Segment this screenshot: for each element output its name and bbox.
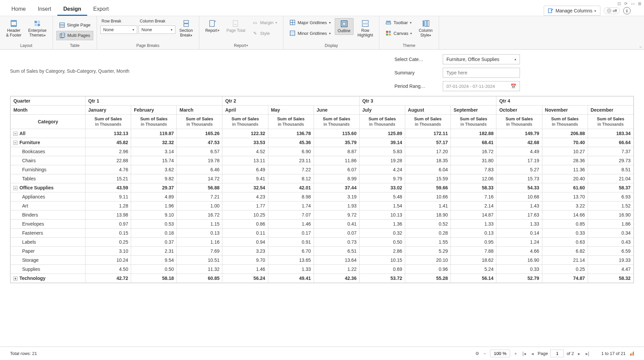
tab-insert[interactable]: Insert	[32, 3, 57, 16]
outline-button[interactable]: Outline	[335, 18, 354, 35]
category-cell: Storage	[11, 256, 86, 265]
row-break-select[interactable]: None▾	[100, 25, 137, 34]
style-button[interactable]: ✎Style	[249, 29, 280, 38]
value-cell: 6.51	[314, 247, 359, 256]
value-cell: 18.90	[405, 211, 451, 220]
single-page-label: Single Page	[67, 22, 91, 27]
value-cell: 1.43	[496, 201, 542, 211]
quarter-header-label: Quarter	[11, 97, 86, 106]
manage-columns-button[interactable]: Manage Columns ▾	[544, 6, 600, 16]
value-cell: 0.15	[86, 229, 131, 238]
minor-gridlines-button[interactable]: Minor Gridlines▾	[287, 29, 333, 38]
value-cell: 58.32	[588, 274, 633, 283]
value-cell: 29.37	[131, 183, 177, 192]
value-cell: 7.83	[451, 165, 496, 174]
category-cell: Fasteners	[11, 229, 86, 238]
section-break-button[interactable]: Section Break▾	[177, 18, 196, 39]
single-page-button[interactable]: Single Page	[56, 21, 93, 29]
category-cell: Binders	[11, 211, 86, 220]
value-cell: 19.33	[588, 256, 633, 265]
column-style-button[interactable]: Column Style▾	[416, 18, 435, 39]
value-cell: 6.93	[588, 192, 633, 201]
value-cell: 49.41	[268, 274, 314, 283]
table-row: Tables15.219.8214.729.418.128.999.7915.5…	[11, 174, 634, 183]
value-cell: 14.87	[451, 211, 496, 220]
table-row: Bookcases2.963.146.574.526.908.875.8317.…	[11, 147, 634, 156]
measure-header: Sum of Salesin Thousands	[405, 115, 451, 129]
expand-toggle[interactable]: −	[13, 186, 17, 190]
value-cell: 0.07	[314, 229, 359, 238]
info-button[interactable]: i	[623, 7, 631, 14]
value-cell: 1.15	[177, 220, 222, 229]
value-cell: 19.78	[177, 156, 222, 165]
svg-rect-36	[389, 34, 391, 36]
report-plus-button[interactable]: + Report+	[203, 18, 222, 34]
quarter-header-row: Quarter Qtr 1 Qtr 2 Qtr 3 Qtr 4	[11, 97, 634, 106]
expand-toggle[interactable]: −	[13, 132, 17, 136]
table-row: Supplies4.500.5011.321.461.331.220.690.9…	[11, 265, 634, 274]
svg-rect-7	[38, 24, 40, 26]
column-break-select[interactable]: None▾	[139, 25, 175, 34]
margin-button[interactable]: ▭Margin▾	[249, 18, 280, 27]
value-cell: 10.68	[496, 192, 542, 201]
multi-pages-button[interactable]: Multi Pages	[56, 31, 93, 40]
category-cell: Art	[11, 201, 86, 211]
value-cell: 32.54	[222, 183, 268, 192]
value-cell: 1.77	[222, 201, 268, 211]
expand-toggle[interactable]: −	[13, 141, 17, 145]
value-cell: 6.07	[314, 165, 359, 174]
collapse-ribbon-icon[interactable]: ⌵	[639, 44, 642, 49]
svg-rect-2	[11, 20, 16, 22]
value-cell: 0.95	[451, 238, 496, 247]
tab-export[interactable]: Export	[87, 3, 115, 16]
tab-design[interactable]: Design	[57, 3, 87, 16]
header-footer-button[interactable]: Header & Footer	[3, 18, 24, 39]
value-cell: 70.40	[542, 138, 588, 147]
value-cell: 9.79	[359, 174, 405, 183]
table-group-label: Table	[56, 43, 93, 49]
month-oct: October	[496, 106, 542, 115]
data-table: Quarter Qtr 1 Qtr 2 Qtr 3 Qtr 4 Month Ja…	[10, 96, 634, 283]
row-highlight-button[interactable]: Row Highlight	[355, 18, 376, 39]
period-range-label: Period Rang…	[394, 83, 438, 89]
period-range-picker[interactable]: 07-01-2024 - 07-11-2024📅	[443, 81, 520, 91]
page-total-button[interactable]: Page Total	[224, 18, 248, 34]
value-cell: 42.36	[314, 274, 359, 283]
column-break-label: Column Break	[139, 18, 175, 24]
enterprise-themes-button[interactable]: Enterprise Themes▾	[25, 18, 49, 39]
toolbar-icon	[385, 19, 391, 25]
month-feb: February	[131, 106, 177, 115]
win-icon-4[interactable]: ⊞	[638, 1, 641, 6]
measure-header: Sum of Salesin Thousands	[542, 115, 588, 129]
value-cell: 1.86	[588, 220, 633, 229]
value-cell: 11.36	[542, 165, 588, 174]
value-cell: 2.14	[451, 201, 496, 211]
value-cell: 0.50	[359, 238, 405, 247]
major-gridlines-button[interactable]: Major Gridlines▾	[287, 18, 333, 27]
feature-toggle[interactable]: off	[604, 7, 620, 14]
tab-home[interactable]: Home	[5, 3, 32, 16]
win-icon-3[interactable]: ▭	[631, 1, 635, 6]
month-apr: April	[222, 106, 268, 115]
value-cell: 58.33	[451, 183, 496, 192]
measure-header: Sum of Salesin Thousands	[359, 115, 405, 129]
value-cell: 10.51	[177, 256, 222, 265]
value-cell: 8.51	[588, 165, 633, 174]
main-tabs: Home Insert Design Export Manage Columns…	[0, 0, 644, 16]
value-cell: 5.24	[451, 265, 496, 274]
canvas-theme-button[interactable]: Canvas▾	[383, 29, 415, 38]
svg-rect-19	[233, 20, 238, 26]
summary-input[interactable]	[446, 70, 516, 75]
svg-rect-28	[342, 22, 346, 25]
table-row: Envelopes0.970.531.150.861.460.411.360.5…	[11, 220, 634, 229]
win-icon-1[interactable]: ⊡	[618, 1, 621, 6]
expand-toggle[interactable]: +	[13, 277, 17, 281]
value-cell: 1.33	[496, 220, 542, 229]
value-cell: 8.98	[268, 192, 314, 201]
toolbar-theme-button[interactable]: Toolbar▾	[383, 18, 415, 27]
win-icon-2[interactable]: ⟳	[624, 1, 628, 6]
value-cell: 10.24	[86, 256, 131, 265]
select-category-dropdown[interactable]: Furniture, Office Supplies▾	[443, 54, 520, 64]
value-cell: 1.33	[451, 220, 496, 229]
value-cell: 15.73	[496, 174, 542, 183]
